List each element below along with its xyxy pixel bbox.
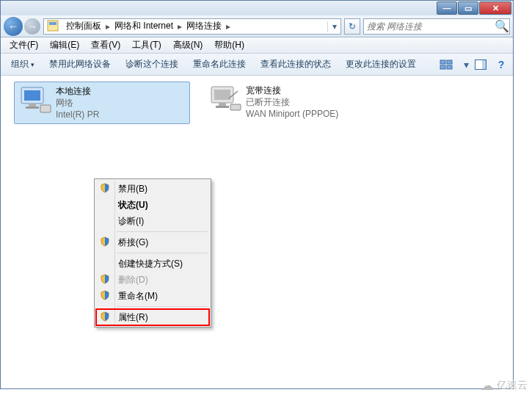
back-button[interactable]: ← xyxy=(4,17,23,36)
context-menu-separator xyxy=(117,306,208,307)
view-dropdown-icon[interactable]: ▾ xyxy=(457,59,475,70)
svg-rect-4 xyxy=(440,65,445,69)
toolbar-diagnose[interactable]: 诊断这个连接 xyxy=(118,55,186,73)
connection-text: 宽带连接 已断开连接 WAN Miniport (PPPOE) xyxy=(243,84,338,120)
connection-local[interactable]: 本地连接 网络 Intel(R) PR xyxy=(14,82,190,124)
context-menu-label: 重命名(M) xyxy=(118,290,158,303)
address-dropdown[interactable]: ▾ xyxy=(327,21,340,32)
connection-device: WAN Miniport (PPPOE) xyxy=(246,108,338,120)
modem-icon xyxy=(208,84,243,114)
context-menu-item[interactable]: 桥接(G) xyxy=(96,234,209,250)
forward-button[interactable]: → xyxy=(24,18,40,35)
maximize-button[interactable]: ▭ xyxy=(458,1,478,15)
connection-name: 本地连接 xyxy=(56,85,99,97)
context-menu-item: 删除(D) xyxy=(96,272,209,288)
svg-rect-2 xyxy=(440,60,445,64)
context-menu-separator xyxy=(117,253,208,253)
shield-icon xyxy=(100,311,112,323)
minimize-button[interactable]: — xyxy=(437,1,457,15)
close-button[interactable]: ✕ xyxy=(479,1,511,15)
cloud-icon: ☁ xyxy=(481,377,494,394)
svg-rect-16 xyxy=(216,106,229,108)
context-menu-item[interactable]: 创建快捷方式(S) xyxy=(96,256,209,272)
menu-edit[interactable]: 编辑(E) xyxy=(44,37,85,53)
toolbar-view-status[interactable]: 查看此连接的状态 xyxy=(253,55,338,73)
svg-rect-15 xyxy=(219,103,226,106)
shield-icon xyxy=(100,236,112,248)
window: — ▭ ✕ ← → 控制面板 ▸ 网络和 Internet ▸ 网络连接 ▸ ▾… xyxy=(0,0,514,389)
context-menu-item[interactable]: 重命名(M) xyxy=(96,288,209,304)
connection-status: 已断开连接 xyxy=(246,96,338,108)
context-menu-label: 状态(U) xyxy=(118,199,148,211)
address-bar[interactable]: 控制面板 ▸ 网络和 Internet ▸ 网络连接 ▸ ▾ xyxy=(43,18,341,35)
menubar: 文件(F) 编辑(E) 查看(V) 工具(T) 高级(N) 帮助(H) xyxy=(1,37,513,54)
search-box[interactable]: 🔍 xyxy=(363,18,510,35)
connection-device: Intel(R) PR xyxy=(56,109,99,120)
menu-advanced[interactable]: 高级(N) xyxy=(167,37,209,53)
ethernet-icon xyxy=(18,85,53,115)
connection-text: 本地连接 网络 Intel(R) PR xyxy=(53,85,99,120)
search-icon[interactable]: 🔍 xyxy=(495,19,509,33)
svg-rect-14 xyxy=(214,90,230,100)
control-panel-icon xyxy=(47,20,60,33)
context-menu-item[interactable]: 属性(R) xyxy=(96,309,209,325)
view-options-icon[interactable] xyxy=(440,59,457,70)
svg-rect-10 xyxy=(29,104,36,106)
connection-broadband[interactable]: 宽带连接 已断开连接 WAN Miniport (PPPOE) xyxy=(205,82,381,123)
breadcrumb-item[interactable]: 控制面板 xyxy=(63,20,104,32)
context-menu-label: 桥接(G) xyxy=(118,236,148,249)
toolbar: 组织 禁用此网络设备 诊断这个连接 重命名此连接 查看此连接的状态 更改此连接的… xyxy=(1,54,513,76)
menu-tools[interactable]: 工具(T) xyxy=(126,37,167,53)
navbar: ← → 控制面板 ▸ 网络和 Internet ▸ 网络连接 ▸ ▾ ↻ 🔍 xyxy=(1,15,513,37)
shield-icon xyxy=(100,290,112,302)
svg-rect-9 xyxy=(24,90,40,101)
shield-icon xyxy=(100,274,112,286)
menu-file[interactable]: 文件(F) xyxy=(4,37,44,53)
breadcrumb-item[interactable]: 网络连接 xyxy=(183,20,225,32)
context-menu: 禁用(B)状态(U)诊断(I)桥接(G)创建快捷方式(S)删除(D)重命名(M)… xyxy=(94,178,211,328)
context-menu-label: 属性(R) xyxy=(118,311,148,324)
titlebar: — ▭ ✕ xyxy=(1,1,513,15)
svg-rect-1 xyxy=(49,22,57,25)
svg-rect-7 xyxy=(482,60,486,69)
toolbar-rename[interactable]: 重命名此连接 xyxy=(186,55,253,73)
menu-help[interactable]: 帮助(H) xyxy=(208,37,250,53)
refresh-button[interactable]: ↻ xyxy=(344,18,360,35)
toolbar-change-settings[interactable]: 更改此连接的设置 xyxy=(338,55,423,73)
connection-name: 宽带连接 xyxy=(246,84,338,96)
context-menu-label: 创建快捷方式(S) xyxy=(118,258,183,270)
context-menu-item[interactable]: 禁用(B) xyxy=(96,181,209,197)
context-menu-label: 诊断(I) xyxy=(118,215,144,228)
toolbar-disable-device[interactable]: 禁用此网络设备 xyxy=(42,55,118,73)
watermark-text: 亿速云 xyxy=(497,379,528,392)
shield-icon xyxy=(100,183,112,195)
menu-view[interactable]: 查看(V) xyxy=(85,37,126,53)
context-menu-item[interactable]: 状态(U) xyxy=(96,197,209,213)
svg-rect-3 xyxy=(447,60,452,64)
svg-rect-12 xyxy=(40,105,51,112)
breadcrumb-sep-icon: ▸ xyxy=(176,21,183,32)
search-input[interactable] xyxy=(364,21,495,32)
preview-pane-icon[interactable] xyxy=(475,59,492,70)
breadcrumb-sep-icon: ▸ xyxy=(104,21,112,32)
breadcrumb-sep-icon: ▸ xyxy=(225,21,232,32)
svg-rect-5 xyxy=(447,65,452,69)
help-icon[interactable]: ? xyxy=(492,59,510,70)
connection-status: 网络 xyxy=(56,97,99,109)
context-menu-item[interactable]: 诊断(I) xyxy=(96,213,209,229)
context-menu-label: 禁用(B) xyxy=(118,183,147,195)
context-menu-separator xyxy=(117,231,208,232)
svg-rect-17 xyxy=(230,104,241,110)
breadcrumb-item[interactable]: 网络和 Internet xyxy=(112,20,176,32)
content-area: 本地连接 网络 Intel(R) PR 宽带连接 已断开连接 WAN Minip… xyxy=(1,76,513,388)
watermark: ☁ 亿速云 xyxy=(481,377,528,394)
organize-button[interactable]: 组织 xyxy=(4,55,42,73)
svg-rect-11 xyxy=(26,106,39,109)
context-menu-label: 删除(D) xyxy=(118,274,148,286)
